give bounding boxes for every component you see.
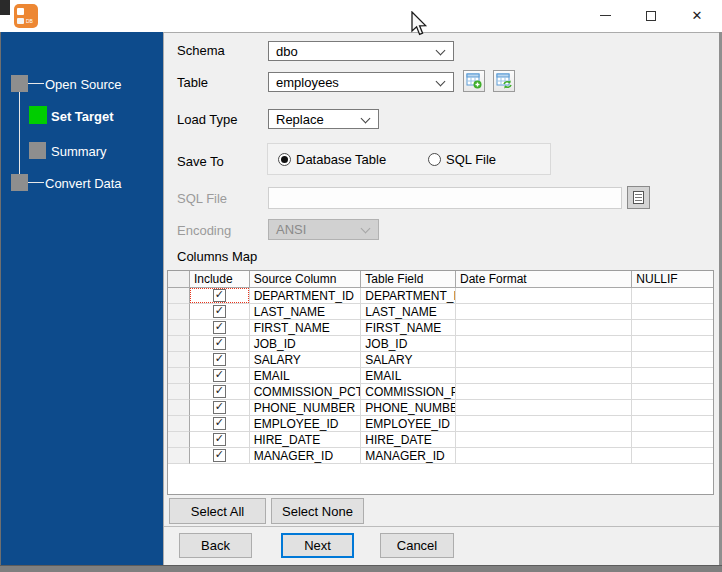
include-cell[interactable] (190, 336, 250, 352)
include-checkbox[interactable] (213, 401, 226, 414)
date-format-cell[interactable] (456, 288, 632, 304)
nullif-cell[interactable] (632, 448, 713, 464)
refresh-tables-button[interactable] (493, 70, 515, 92)
nullif-cell[interactable] (632, 384, 713, 400)
row-selector[interactable] (168, 288, 190, 304)
table-row: EMPLOYEE_ID EMPLOYEE_ID (168, 416, 713, 432)
include-cell[interactable] (190, 400, 250, 416)
include-checkbox[interactable] (213, 305, 226, 318)
mouse-cursor (410, 11, 429, 42)
row-selector[interactable] (168, 400, 190, 416)
table-field-cell: MANAGER_ID (361, 448, 456, 464)
include-cell[interactable] (190, 432, 250, 448)
include-checkbox[interactable] (213, 289, 226, 302)
include-checkbox[interactable] (213, 417, 226, 430)
source-column-cell: DEPARTMENT_ID (250, 288, 362, 304)
date-format-cell[interactable] (456, 304, 632, 320)
table-select[interactable]: employees (268, 72, 454, 92)
row-selector[interactable] (168, 336, 190, 352)
row-selector[interactable] (168, 368, 190, 384)
grid-body: DEPARTMENT_ID DEPARTMENT_ID LAST_NAME LA… (168, 288, 713, 464)
include-cell[interactable] (190, 416, 250, 432)
column-header-nullif[interactable]: NULLIF (632, 271, 713, 288)
window-border[interactable] (0, 565, 722, 572)
select-all-button[interactable]: Select All (169, 498, 266, 524)
sidebar-item-convert-data[interactable]: Convert Data (45, 176, 122, 191)
row-selector[interactable] (168, 384, 190, 400)
column-header-table-field[interactable]: Table Field (361, 271, 456, 288)
include-cell[interactable] (190, 320, 250, 336)
radio-button-icon[interactable] (428, 153, 441, 166)
column-header-date-format[interactable]: Date Format (456, 271, 632, 288)
include-checkbox[interactable] (213, 321, 226, 334)
date-format-cell[interactable] (456, 320, 632, 336)
include-checkbox[interactable] (213, 385, 226, 398)
sidebar-item-open-source[interactable]: Open Source (45, 77, 122, 92)
table-field-cell: DEPARTMENT_ID (361, 288, 456, 304)
back-button[interactable]: Back (179, 533, 252, 558)
table-field-cell: COMMISSION_PC (361, 384, 456, 400)
nullif-cell[interactable] (632, 304, 713, 320)
date-format-cell[interactable] (456, 368, 632, 384)
include-checkbox[interactable] (213, 433, 226, 446)
source-column-cell: MANAGER_ID (250, 448, 362, 464)
screen-artifact (0, 0, 10, 15)
radio-sql-file[interactable]: SQL File (428, 152, 496, 167)
table-field-cell: JOB_ID (361, 336, 456, 352)
date-format-cell[interactable] (456, 352, 632, 368)
maximize-button[interactable] (628, 0, 674, 31)
include-cell[interactable] (190, 352, 250, 368)
include-cell[interactable] (190, 304, 250, 320)
load-type-select[interactable]: Replace (268, 109, 379, 129)
include-cell[interactable] (190, 288, 250, 304)
date-format-cell[interactable] (456, 416, 632, 432)
step-marker-open-source (11, 75, 28, 92)
save-to-label: Save To (177, 154, 224, 169)
sidebar-item-summary[interactable]: Summary (51, 144, 107, 159)
date-format-cell[interactable] (456, 384, 632, 400)
nullif-cell[interactable] (632, 336, 713, 352)
include-checkbox[interactable] (213, 353, 226, 366)
include-checkbox[interactable] (213, 369, 226, 382)
include-cell[interactable] (190, 384, 250, 400)
row-selector[interactable] (168, 320, 190, 336)
nullif-cell[interactable] (632, 432, 713, 448)
select-none-button[interactable]: Select None (271, 498, 364, 524)
column-header-include[interactable]: Include (190, 271, 250, 288)
date-format-cell[interactable] (456, 336, 632, 352)
row-selector[interactable] (168, 352, 190, 368)
nullif-cell[interactable] (632, 416, 713, 432)
browse-sql-file-button[interactable] (627, 186, 650, 209)
row-selector[interactable] (168, 416, 190, 432)
source-column-cell: COMMISSION_PCT (250, 384, 362, 400)
sidebar-item-set-target[interactable]: Set Target (51, 109, 114, 124)
radio-database-table[interactable]: Database Table (278, 152, 386, 167)
date-format-cell[interactable] (456, 448, 632, 464)
date-format-cell[interactable] (456, 432, 632, 448)
include-cell[interactable] (190, 368, 250, 384)
include-checkbox[interactable] (213, 337, 226, 350)
radio-button-icon[interactable] (278, 153, 291, 166)
schema-select[interactable]: dbo (268, 41, 454, 61)
create-table-button[interactable] (463, 70, 485, 92)
nullif-cell[interactable] (632, 368, 713, 384)
titlebar[interactable]: DB ✕ (0, 0, 722, 32)
date-format-cell[interactable] (456, 400, 632, 416)
schema-label: Schema (177, 43, 225, 58)
include-checkbox[interactable] (213, 449, 226, 462)
column-header-source-column[interactable]: Source Column (250, 271, 362, 288)
include-cell[interactable] (190, 448, 250, 464)
next-button[interactable]: Next (281, 533, 354, 558)
nullif-cell[interactable] (632, 352, 713, 368)
close-button[interactable]: ✕ (674, 0, 720, 31)
row-selector[interactable] (168, 448, 190, 464)
cancel-button[interactable]: Cancel (380, 533, 454, 558)
grid-corner-header (168, 271, 190, 288)
row-selector[interactable] (168, 432, 190, 448)
minimize-icon (600, 15, 611, 16)
nullif-cell[interactable] (632, 288, 713, 304)
nullif-cell[interactable] (632, 320, 713, 336)
nullif-cell[interactable] (632, 400, 713, 416)
minimize-button[interactable] (582, 0, 628, 31)
row-selector[interactable] (168, 304, 190, 320)
